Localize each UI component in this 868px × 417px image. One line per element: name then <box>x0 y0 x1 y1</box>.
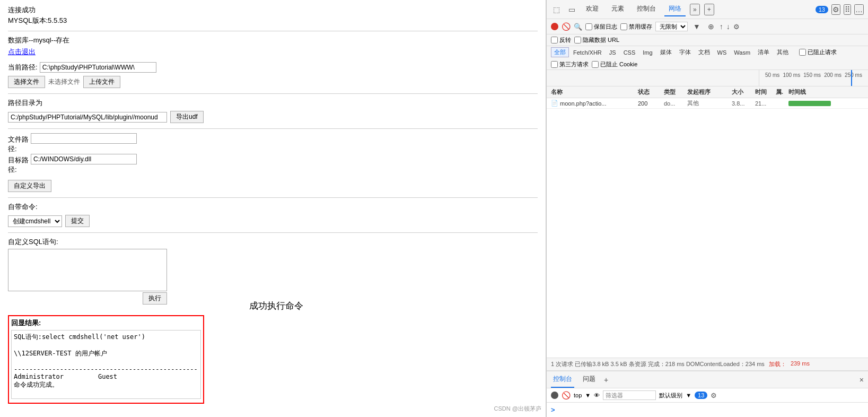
filter-font[interactable]: 字体 <box>676 47 694 57</box>
ellipsis-btn[interactable]: … <box>854 4 864 15</box>
third-party-checkbox[interactable] <box>551 61 558 68</box>
left-panel: 连接成功 MYSQL版本:5.5.53 数据库--mysql--存在 点击退出 … <box>0 0 546 417</box>
invert-checkbox[interactable] <box>551 37 558 44</box>
chevron-down-icon[interactable]: ▼ <box>585 392 591 398</box>
col-header-priority[interactable]: 属. <box>776 88 786 96</box>
col-header-name[interactable]: 名称 <box>551 88 636 96</box>
console-filter-input[interactable] <box>603 390 656 400</box>
export-udf-button[interactable]: 导出udf <box>170 111 204 123</box>
watermark: CSDN @出顿茅庐 <box>494 405 541 413</box>
blocked-requests-label[interactable]: 已阻止请求 <box>799 48 837 56</box>
hide-data-urls-checkbox[interactable] <box>574 37 581 44</box>
file-path-input[interactable] <box>31 133 137 144</box>
filter-wasm[interactable]: Wasm <box>731 47 753 57</box>
col-header-status[interactable]: 状态 <box>638 88 662 96</box>
file-icon: 📄 <box>551 100 558 107</box>
result-textarea[interactable]: SQL语句:select cmdshell('net user') \\12SE… <box>11 330 201 399</box>
eye-icon[interactable]: 👁 <box>594 392 600 398</box>
blocked-cookies-label[interactable]: 已阻止 Cookie <box>592 60 637 68</box>
add-tab-btn[interactable]: + <box>704 4 714 15</box>
file-upload-row: 选择文件 未选择文件 上传文件 <box>8 76 538 88</box>
submit-button[interactable]: 提交 <box>65 215 90 227</box>
col-header-time[interactable]: 时间 <box>755 88 774 96</box>
col-header-timeline[interactable]: 时间线 <box>788 88 864 96</box>
tab-welcome[interactable]: 欢迎 <box>582 2 603 16</box>
console-toolbar: 🚫 top ▼ 👁 默认级别 ▼ 13 ⚙ <box>547 388 868 403</box>
console-close-btn[interactable]: × <box>860 376 864 384</box>
cmd-select[interactable]: 创建cmdshell 删除cmdshell 执行命令 <box>8 215 62 227</box>
level-label: 默认级别 <box>659 392 682 399</box>
record-button[interactable] <box>551 23 558 30</box>
filter-ws[interactable]: WS <box>714 47 730 57</box>
console-prompt[interactable]: > <box>551 406 555 414</box>
tab-network[interactable]: 网络 <box>664 2 686 16</box>
console-clear-btn[interactable]: 🚫 <box>562 391 571 399</box>
blocked-cookies-checkbox[interactable] <box>592 61 599 68</box>
file-path-input-cell <box>31 133 137 154</box>
third-party-label[interactable]: 第三方请求 <box>551 60 589 68</box>
custom-export-button[interactable]: 自定义导出 <box>8 180 51 192</box>
current-path-input[interactable] <box>40 62 156 73</box>
col-header-size[interactable]: 大小 <box>732 88 753 96</box>
console-badge: 13 <box>695 392 707 399</box>
device-icon-btn[interactable]: ▭ <box>566 4 577 15</box>
network-settings-btn[interactable]: ⚙ <box>733 23 740 31</box>
filter-doc[interactable]: 文档 <box>695 47 713 57</box>
tab-elements[interactable]: 元素 <box>607 2 628 16</box>
filter-css[interactable]: CSS <box>620 47 639 57</box>
console-settings-btn[interactable]: ⚙ <box>711 392 717 399</box>
hide-data-urls-label[interactable]: 隐藏数据 URL <box>574 36 619 44</box>
upload-file-button[interactable]: 上传文件 <box>83 76 120 88</box>
tab-console[interactable]: 控制台 <box>633 2 660 16</box>
no-file-label: 未选择文件 <box>48 77 80 86</box>
console-record-btn[interactable] <box>551 392 558 399</box>
filter-img[interactable]: Img <box>639 47 655 57</box>
throttle-dropdown-btn[interactable]: ▼ <box>691 21 703 32</box>
filter-types: 全部 Fetch/XHR JS CSS Img 媒体 字体 文档 WS Wasm… <box>551 47 792 57</box>
import-export-icon[interactable]: ⊕ <box>706 21 716 32</box>
more-tools-btn[interactable]: ⠿ <box>844 4 851 15</box>
third-party-text: 第三方请求 <box>559 60 589 68</box>
select-file-button[interactable]: 选择文件 <box>8 76 45 88</box>
inspect-icon-btn[interactable]: ⬚ <box>551 4 562 15</box>
filter-fetch-xhr[interactable]: Fetch/XHR <box>570 47 605 57</box>
col-header-type[interactable]: 类型 <box>664 88 685 96</box>
sql-textarea[interactable] <box>8 249 167 291</box>
preserve-log-checkbox[interactable] <box>585 23 592 30</box>
filter-manifest[interactable]: 清单 <box>755 47 773 57</box>
click-exit-link[interactable]: 点击退出 <box>8 47 36 57</box>
search-button[interactable]: 🔍 <box>574 23 582 31</box>
divider-5 <box>8 232 538 233</box>
blocked-requests-checkbox[interactable] <box>799 49 806 56</box>
disable-cache-label[interactable]: 禁用缓存 <box>620 23 652 31</box>
chevron-down-icon-2[interactable]: ▼ <box>686 392 691 398</box>
invert-label[interactable]: 反转 <box>551 36 571 44</box>
filter-other[interactable]: 其他 <box>774 47 792 57</box>
table-row[interactable]: 📄 moon.php?actio... 200 do... 其他 3.8... … <box>547 98 868 109</box>
divider-2 <box>8 93 538 94</box>
throttle-select[interactable]: 无限制 <box>655 22 688 31</box>
export-button[interactable]: ↓ <box>726 22 730 31</box>
blocked-requests-text: 已阻止请求 <box>808 48 837 56</box>
clear-button[interactable]: 🚫 <box>562 22 571 31</box>
filter-all[interactable]: 全部 <box>551 47 569 57</box>
filter-js[interactable]: JS <box>606 47 619 57</box>
right-panel: ⬚ ▭ 欢迎 元素 控制台 网络 » + 13 ⚙ ⠿ … 🚫 🔍 保留日志 禁… <box>546 0 868 417</box>
row-status: 200 <box>638 100 662 107</box>
network-toolbar: 🚫 🔍 保留日志 禁用缓存 无限制 ▼ ⊕ ↑ ↓ ⚙ <box>547 19 868 34</box>
console-add-tab-btn[interactable]: + <box>604 376 608 384</box>
console-tab-issues[interactable]: 问题 <box>581 371 598 388</box>
udf-path-input[interactable] <box>8 112 167 123</box>
filter-type-bar: 全部 Fetch/XHR JS CSS Img 媒体 字体 文档 WS Wasm… <box>547 46 868 70</box>
col-header-initiator[interactable]: 发起程序 <box>687 88 730 96</box>
disable-cache-checkbox[interactable] <box>620 23 627 30</box>
settings-btn[interactable]: ⚙ <box>831 4 840 15</box>
preserve-log-label[interactable]: 保留日志 <box>585 23 617 31</box>
import-button[interactable]: ↑ <box>720 22 723 31</box>
filter-media[interactable]: 媒体 <box>657 47 675 57</box>
target-path-input[interactable] <box>31 154 137 164</box>
exec-button[interactable]: 执行 <box>143 292 167 305</box>
more-tabs-btn[interactable]: » <box>690 4 700 15</box>
loaded-value: 239 ms <box>791 360 810 368</box>
console-tab-console[interactable]: 控制台 <box>551 371 574 388</box>
